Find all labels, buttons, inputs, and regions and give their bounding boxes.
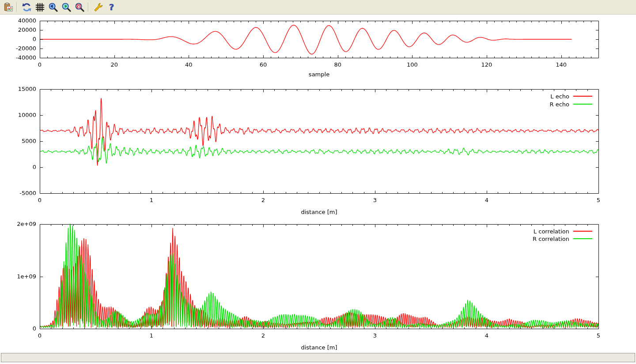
refresh-icon xyxy=(22,2,32,12)
svg-text:?: ? xyxy=(109,2,114,12)
magnifier-plot-icon xyxy=(75,2,85,12)
help-button[interactable]: ? xyxy=(106,1,117,13)
grid-icon xyxy=(35,2,45,12)
toolbar: ? xyxy=(0,0,636,15)
magnifier-right-arrow-icon xyxy=(61,2,72,12)
gnuplot-window: ? sample distance [m] distance [m] L ech… xyxy=(0,0,636,364)
clipboard-chart-icon xyxy=(3,2,13,12)
plot-area: sample distance [m] distance [m] L echo … xyxy=(0,15,636,352)
plot-canvas[interactable] xyxy=(0,15,636,352)
status-text xyxy=(1,353,635,362)
toggle-grid-button[interactable] xyxy=(34,1,46,13)
copy-plot-button[interactable] xyxy=(2,1,14,13)
configure-button[interactable] xyxy=(92,1,104,13)
toolbar-separator xyxy=(88,2,89,12)
zoom-region-button[interactable] xyxy=(74,1,86,13)
wrench-icon xyxy=(93,2,103,12)
zoom-previous-button[interactable] xyxy=(47,1,59,13)
status-bar xyxy=(0,352,636,364)
toolbar-separator xyxy=(16,2,17,12)
replot-button[interactable] xyxy=(21,1,33,13)
question-mark-icon: ? xyxy=(106,2,117,12)
magnifier-left-arrow-icon xyxy=(48,2,58,12)
zoom-next-button[interactable] xyxy=(61,1,72,13)
